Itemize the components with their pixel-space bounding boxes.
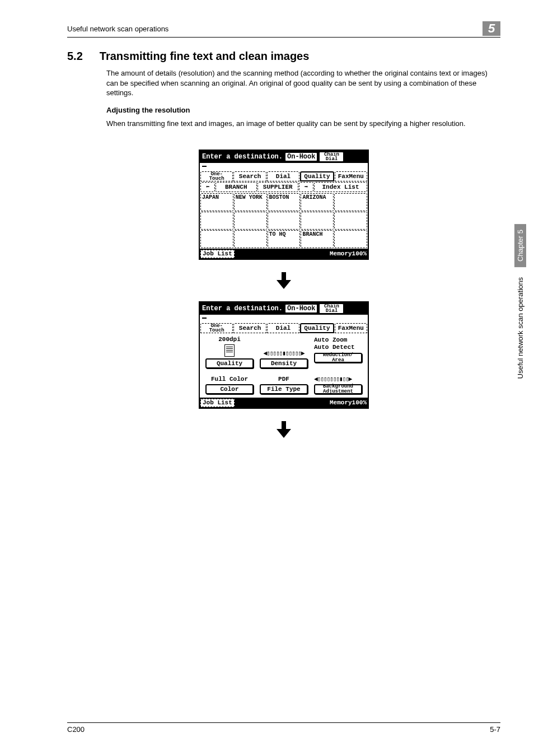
job-list-button[interactable]: Job List: [200, 250, 235, 258]
dest-japan[interactable]: JAPAN: [200, 193, 233, 211]
tab-onetouch[interactable]: One- Touch: [200, 171, 233, 181]
section-number: 5.2: [67, 50, 83, 63]
running-head: Useful network scan operations: [67, 25, 168, 33]
onhook-button[interactable]: On-Hook: [285, 304, 317, 313]
prompt-text: Enter a destination.: [201, 305, 283, 312]
down-arrow-icon: [277, 272, 291, 289]
density-slider-icon: ◀▯▯▯▯▯▮▯▯▯▯▯▶: [263, 351, 304, 357]
lcd-panel-destination: Enter a destination. On-Hook Chain Dial …: [199, 150, 369, 260]
dest-empty[interactable]: [334, 193, 367, 211]
onhook-button[interactable]: On-Hook: [285, 152, 317, 161]
text-cursor: [202, 318, 207, 319]
text-cursor: [202, 166, 207, 167]
dest-empty[interactable]: [301, 212, 334, 230]
tab-onetouch[interactable]: One- Touch: [200, 323, 233, 333]
background-adjust-button[interactable]: Background Adjustment: [314, 384, 362, 394]
full-color-label: Full Color: [211, 376, 248, 382]
bg-slider-icon: ◀▯▯▯▯▯▯▯▮▯▯▶: [314, 376, 352, 382]
chapter-badge: 5: [483, 21, 500, 36]
document-icon: [224, 344, 235, 357]
pdf-label: PDF: [278, 376, 289, 382]
index-supplier[interactable]: SUPPLIER: [257, 182, 299, 192]
index-branch[interactable]: BRANCH: [216, 182, 257, 192]
dest-arizona[interactable]: ARIZONA: [301, 193, 334, 211]
chain-dial-button[interactable]: Chain Dial: [319, 304, 344, 314]
dest-branch[interactable]: BRANCH: [301, 230, 334, 248]
tab-search[interactable]: Search: [233, 171, 266, 181]
auto-zoom-label: Auto Zoom: [314, 337, 355, 344]
memory-indicator: Memory100%: [330, 251, 368, 257]
file-type-button[interactable]: File Type: [260, 384, 308, 394]
intro-paragraph: The amount of details (resolution) and t…: [106, 68, 500, 98]
dest-empty[interactable]: [200, 230, 233, 248]
index-list-button[interactable]: Index List: [314, 182, 367, 192]
prompt-text: Enter a destination.: [201, 153, 283, 160]
density-button[interactable]: Density: [260, 358, 308, 368]
dpi-value: 200dpi: [218, 337, 241, 343]
reduction-area-button[interactable]: Reduction/ Area: [314, 353, 362, 363]
side-running-text: Useful network scan operations: [516, 277, 524, 379]
tab-dial[interactable]: Dial: [267, 323, 299, 333]
dest-tohq[interactable]: TO HQ: [268, 230, 301, 248]
down-arrow-icon: [277, 421, 291, 438]
tab-quality[interactable]: Quality: [300, 171, 334, 181]
quality-button[interactable]: Quality: [205, 358, 254, 368]
dest-empty[interactable]: [268, 212, 301, 230]
dest-boston[interactable]: BOSTON: [268, 193, 301, 211]
dest-empty[interactable]: [234, 230, 267, 248]
tab-dial[interactable]: Dial: [267, 171, 299, 181]
memory-indicator: Memory100%: [330, 400, 368, 406]
dest-empty[interactable]: [334, 230, 367, 248]
job-list-button[interactable]: Job List: [200, 399, 235, 407]
color-button[interactable]: Color: [205, 384, 254, 394]
index-next-button[interactable]: ➡: [299, 182, 313, 192]
footer-model: C200: [67, 725, 85, 734]
tab-search[interactable]: Search: [233, 323, 266, 333]
tab-faxmenu[interactable]: FaxMenu: [335, 171, 367, 181]
tab-quality[interactable]: Quality: [300, 323, 334, 333]
section-title: Transmitting fine text and clean images: [100, 50, 310, 63]
dest-empty[interactable]: [234, 212, 267, 230]
lcd-panel-quality: Enter a destination. On-Hook Chain Dial …: [199, 301, 369, 409]
dest-empty[interactable]: [334, 212, 367, 230]
side-chapter-tab: Chapter 5: [514, 224, 526, 267]
index-prev-button[interactable]: ⬅: [200, 182, 215, 192]
tab-faxmenu[interactable]: FaxMenu: [335, 323, 367, 333]
resolution-paragraph: When transmitting fine text and images, …: [106, 119, 500, 129]
footer-page: 5-7: [490, 725, 500, 734]
auto-detect-label: Auto Detect: [314, 344, 355, 351]
subheading-resolution: Adjusting the resolution: [106, 106, 500, 114]
dest-empty[interactable]: [200, 212, 233, 230]
dest-newyork[interactable]: NEW YORK: [234, 193, 267, 211]
chain-dial-button[interactable]: Chain Dial: [319, 152, 344, 162]
